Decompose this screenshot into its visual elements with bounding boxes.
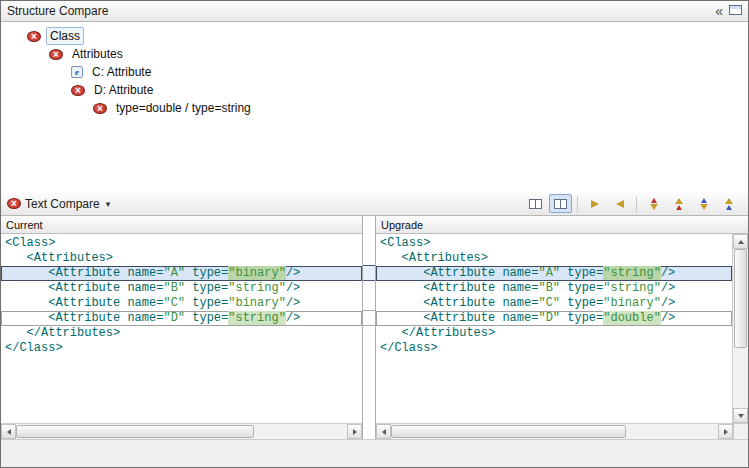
code-line[interactable]: <Attributes> <box>376 251 732 266</box>
arrow-left-icon <box>382 429 386 435</box>
code-line[interactable]: <Attributes> <box>1 251 362 266</box>
tree-item[interactable]: D: Attribute <box>1 81 748 99</box>
scroll-right-button[interactable] <box>347 424 362 439</box>
code-segment: <Attribute name= <box>380 311 538 325</box>
structure-compare-tree: ClassAttributesC: AttributeD: Attributet… <box>1 22 748 192</box>
previous-difference-icon[interactable] <box>667 194 690 213</box>
tree-item[interactable]: type=double / type=string <box>1 99 748 117</box>
diff-connector-gutter <box>363 216 375 439</box>
compare-toolbar <box>524 194 742 213</box>
code-segment: type= <box>560 266 603 280</box>
copy-right-to-left-icon[interactable] <box>608 194 631 213</box>
code-segment: <Attribute name= <box>380 266 538 280</box>
scroll-left-button[interactable] <box>1 424 16 439</box>
left-pane-middle: <Class> <Attributes> <Attribute name="A"… <box>1 234 362 423</box>
code-segment: type= <box>560 296 603 310</box>
code-segment: /> <box>286 311 300 325</box>
right-horizontal-scrollbar[interactable] <box>376 423 748 439</box>
code-segment: /> <box>286 266 300 280</box>
previous-change-icon[interactable] <box>717 194 740 213</box>
right-pane-header: Upgrade <box>376 216 748 234</box>
code-segment: "B" <box>538 281 560 295</box>
right-hscroll-thumb[interactable] <box>391 425 626 438</box>
vscroll-track[interactable] <box>733 249 748 408</box>
code-line[interactable]: <Attribute name="D" type="string"/> <box>1 311 362 326</box>
code-segment: /> <box>661 311 675 325</box>
diff-connector <box>363 265 375 266</box>
arrow-left-icon <box>7 429 11 435</box>
code-line[interactable]: <Class> <box>1 236 362 251</box>
code-segment: "string" <box>603 266 661 280</box>
change-icon <box>71 85 85 96</box>
code-segment: type= <box>185 281 228 295</box>
structure-header-actions: « <box>715 4 742 18</box>
code-segment: /> <box>286 281 300 295</box>
code-line[interactable]: </Class> <box>376 341 732 356</box>
code-segment: "binary" <box>228 296 286 310</box>
code-line[interactable]: </Attributes> <box>1 326 362 341</box>
change-icon <box>93 103 107 114</box>
code-segment: "D" <box>163 311 185 325</box>
change-icon <box>49 49 63 60</box>
scroll-right-button[interactable] <box>718 424 733 439</box>
scrollbar-corner <box>733 424 748 439</box>
copy-left-to-right-icon[interactable] <box>583 194 606 213</box>
arrow-right-icon <box>353 429 357 435</box>
next-difference-icon[interactable] <box>642 194 665 213</box>
code-segment: <Class> <box>5 236 55 250</box>
left-code-area[interactable]: <Class> <Attributes> <Attribute name="A"… <box>1 234 362 423</box>
code-line[interactable]: <Attribute name="A" type="string"/> <box>376 266 732 281</box>
scroll-left-button[interactable] <box>376 424 391 439</box>
right-code-area[interactable]: <Class> <Attributes> <Attribute name="A"… <box>376 234 732 423</box>
bottom-filler <box>1 439 748 467</box>
code-segment: type= <box>185 296 228 310</box>
tree-item[interactable]: Attributes <box>1 45 748 63</box>
two-pane-view-icon[interactable] <box>524 194 547 213</box>
text-compare-body: Current <Class> <Attributes> <Attribute … <box>1 216 748 439</box>
code-segment: </Attributes> <box>5 326 120 340</box>
selected-diff-band <box>363 266 375 280</box>
code-segment: type= <box>560 281 603 295</box>
structure-compare-header: Structure Compare « <box>1 1 748 22</box>
code-segment: <Attribute name= <box>5 311 163 325</box>
code-line[interactable]: <Class> <box>376 236 732 251</box>
code-line[interactable]: </Class> <box>1 341 362 356</box>
code-line[interactable]: <Attribute name="D" type="double"/> <box>376 311 732 326</box>
collapse-chevrons-icon[interactable]: « <box>715 4 723 18</box>
restore-pane-icon[interactable] <box>729 4 742 18</box>
left-pane: Current <Class> <Attributes> <Attribute … <box>1 216 363 439</box>
code-segment: "double" <box>603 311 661 325</box>
code-segment: <Attributes> <box>5 251 113 265</box>
code-line[interactable]: <Attribute name="C" type="binary"/> <box>1 296 362 311</box>
vertical-scrollbar[interactable] <box>732 234 748 423</box>
tree-item[interactable]: C: Attribute <box>1 63 748 81</box>
change-icon <box>27 31 41 42</box>
code-segment: "A" <box>538 266 560 280</box>
code-line[interactable]: <Attribute name="C" type="binary"/> <box>376 296 732 311</box>
code-line[interactable]: <Attribute name="B" type="string"/> <box>1 281 362 296</box>
code-line[interactable]: </Attributes> <box>376 326 732 341</box>
left-horizontal-scrollbar[interactable] <box>1 423 362 439</box>
next-change-icon[interactable] <box>692 194 715 213</box>
code-segment: <Attribute name= <box>5 296 163 310</box>
code-segment: "string" <box>228 311 286 325</box>
text-compare-menu-chevron-icon[interactable]: ▾ <box>106 199 111 209</box>
tree-item[interactable]: Class <box>1 27 748 45</box>
scroll-down-button[interactable] <box>733 408 748 423</box>
attribute-icon <box>71 66 83 78</box>
tree-item-label: Class <box>46 27 84 45</box>
code-segment: /> <box>661 266 675 280</box>
code-line[interactable]: <Attribute name="A" type="binary"/> <box>1 266 362 281</box>
code-line[interactable]: <Attribute name="B" type="string"/> <box>376 281 732 296</box>
scroll-up-button[interactable] <box>733 234 748 249</box>
diff-connector <box>363 280 375 281</box>
tree-item-label: type=double / type=string <box>112 99 255 117</box>
code-segment: </Class> <box>380 341 438 355</box>
right-hscroll-track[interactable] <box>391 424 718 439</box>
synchronized-scrolling-icon[interactable] <box>549 194 572 213</box>
code-segment: type= <box>185 311 228 325</box>
code-segment: "C" <box>538 296 560 310</box>
vscroll-thumb[interactable] <box>734 249 747 348</box>
left-hscroll-thumb[interactable] <box>16 425 254 438</box>
left-hscroll-track[interactable] <box>16 424 347 439</box>
